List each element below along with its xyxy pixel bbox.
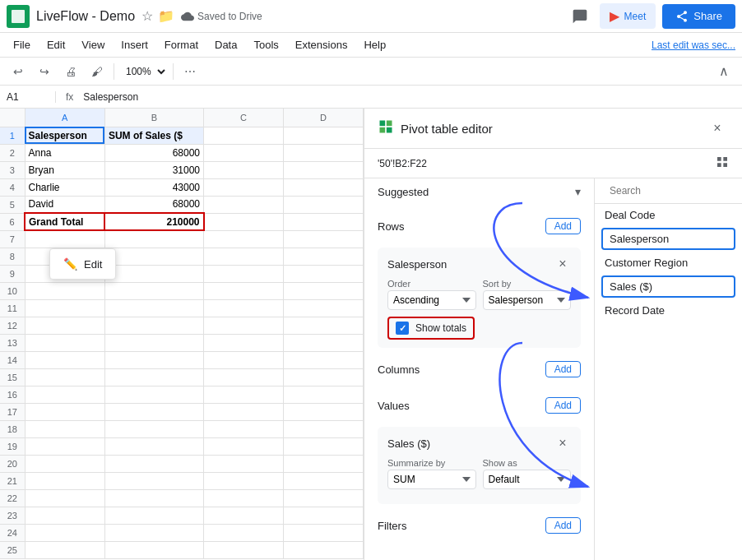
cell-d1[interactable] bbox=[283, 127, 363, 144]
menu-bar: File Edit View Insert Format Data Tools … bbox=[0, 33, 742, 58]
suggested-chevron[interactable]: ▾ bbox=[575, 185, 581, 198]
show-totals-row: Show totals bbox=[387, 317, 475, 340]
show-as-select[interactable]: Default % of row % of column bbox=[483, 470, 572, 489]
cell-a6[interactable]: Grand Total bbox=[25, 213, 104, 230]
filters-add-button[interactable]: Add bbox=[545, 517, 581, 534]
cell-b2[interactable]: 68000 bbox=[104, 144, 203, 161]
star-icon[interactable]: ☆ bbox=[141, 8, 153, 24]
show-totals-checkbox[interactable] bbox=[396, 322, 409, 335]
sort-by-select[interactable]: Salesperson Sales ($) bbox=[483, 290, 572, 310]
context-menu: ✏️ Edit bbox=[49, 248, 116, 280]
field-deal-code[interactable]: Deal Code bbox=[595, 204, 742, 226]
menu-format[interactable]: Format bbox=[158, 36, 205, 53]
field-sales[interactable]: Sales ($) bbox=[601, 275, 735, 298]
menu-file[interactable]: File bbox=[7, 36, 37, 53]
cell-reference[interactable]: A1 bbox=[7, 91, 56, 103]
menu-data[interactable]: Data bbox=[208, 36, 243, 53]
fx-label: fx bbox=[63, 91, 77, 103]
redo-button[interactable]: ↪ bbox=[33, 60, 56, 83]
col-header-d[interactable]: D bbox=[283, 109, 363, 127]
values-card-title: Sales ($) bbox=[387, 437, 430, 450]
col-header-b[interactable]: B bbox=[104, 109, 203, 127]
range-grid-button[interactable] bbox=[716, 155, 729, 171]
context-menu-edit[interactable]: ✏️ Edit bbox=[50, 252, 115, 275]
pivot-close-button[interactable]: × bbox=[706, 117, 729, 140]
cell-c1[interactable] bbox=[204, 127, 284, 144]
cell-b1[interactable]: SUM of Sales ($ bbox=[104, 127, 203, 144]
print-button[interactable]: 🖨 bbox=[59, 60, 82, 83]
last-edit[interactable]: Last edit was sec... bbox=[652, 39, 735, 51]
suggested-header: Suggested ▾ bbox=[378, 185, 581, 198]
filters-title: Filters bbox=[378, 520, 406, 532]
range-text: '50'!B2:F22 bbox=[378, 158, 709, 169]
cell-b5[interactable]: 68000 bbox=[104, 196, 203, 213]
more-button[interactable]: ⋯ bbox=[179, 60, 202, 83]
row-card-title: Salesperson bbox=[387, 258, 447, 271]
columns-add-button[interactable]: Add bbox=[545, 361, 581, 377]
table-row: 25 bbox=[0, 541, 364, 558]
customer-region-label: Customer Region bbox=[605, 257, 688, 269]
cell-d5[interactable] bbox=[283, 196, 363, 213]
table-row: 22 bbox=[0, 489, 364, 507]
cell-a4[interactable]: Charlie bbox=[25, 178, 104, 196]
toolbar: ↩ ↪ 🖨 🖌 100% 75% 125% ⋯ ∧ bbox=[0, 58, 742, 86]
show-as-label: Show as bbox=[483, 458, 572, 468]
cell-d2[interactable] bbox=[283, 144, 363, 161]
order-select[interactable]: Ascending Descending bbox=[387, 290, 476, 310]
values-add-button[interactable]: Add bbox=[545, 397, 581, 414]
comment-button[interactable] bbox=[567, 3, 593, 30]
menu-view[interactable]: View bbox=[75, 36, 111, 53]
cell-a3[interactable]: Bryan bbox=[25, 161, 104, 178]
menu-extensions[interactable]: Extensions bbox=[289, 36, 355, 53]
summarize-select[interactable]: SUM COUNT AVERAGE bbox=[387, 470, 476, 489]
table-row: 19 bbox=[0, 437, 364, 455]
saved-label: Saved to Drive bbox=[197, 11, 262, 22]
menu-insert[interactable]: Insert bbox=[114, 36, 155, 53]
rows-add-button[interactable]: Add bbox=[545, 218, 581, 234]
corner-header bbox=[0, 109, 25, 127]
row-card-close-button[interactable]: × bbox=[554, 256, 571, 272]
cell-b3[interactable]: 31000 bbox=[104, 161, 203, 178]
menu-tools[interactable]: Tools bbox=[247, 36, 285, 53]
field-record-date[interactable]: Record Date bbox=[595, 299, 742, 322]
cell-c2[interactable] bbox=[204, 144, 284, 161]
cell-c3[interactable] bbox=[204, 161, 284, 178]
cell-c4[interactable] bbox=[204, 178, 284, 196]
comment-icon bbox=[572, 8, 588, 25]
field-search-input[interactable] bbox=[610, 185, 733, 197]
row-card-header: Salesperson × bbox=[387, 256, 571, 272]
menu-edit[interactable]: Edit bbox=[40, 36, 72, 53]
meet-button[interactable]: ▶ Meet bbox=[600, 3, 656, 29]
cell-a2[interactable]: Anna bbox=[25, 144, 104, 161]
menu-help[interactable]: Help bbox=[357, 36, 392, 53]
paint-format-button[interactable]: 🖌 bbox=[86, 60, 109, 83]
cell-d4[interactable] bbox=[283, 178, 363, 196]
values-header: Values Add bbox=[378, 397, 581, 414]
field-salesperson[interactable]: Salesperson bbox=[601, 228, 735, 250]
pivot-header: Pivot table editor × bbox=[364, 109, 742, 149]
share-button[interactable]: Share bbox=[662, 4, 735, 29]
undo-button[interactable]: ↩ bbox=[7, 60, 30, 83]
cell-a5[interactable]: David bbox=[25, 196, 104, 213]
cell-d3[interactable] bbox=[283, 161, 363, 178]
cell-c5[interactable] bbox=[204, 196, 284, 213]
cell-b6[interactable]: 210000 bbox=[104, 213, 203, 230]
formula-bar: A1 fx Salesperson bbox=[0, 86, 742, 109]
field-customer-region[interactable]: Customer Region bbox=[595, 252, 742, 274]
table-row: 14 bbox=[0, 351, 364, 368]
col-header-a[interactable]: A bbox=[25, 109, 104, 127]
salesperson-field-label: Salesperson bbox=[610, 233, 669, 245]
cell-c6[interactable] bbox=[204, 213, 284, 230]
folder-icon[interactable]: 📁 bbox=[158, 8, 174, 24]
toolbar-divider-1 bbox=[114, 63, 114, 80]
cell-b4[interactable]: 43000 bbox=[104, 178, 203, 196]
col-header-c[interactable]: C bbox=[204, 109, 284, 127]
cell-d6[interactable] bbox=[283, 213, 363, 230]
collapse-button[interactable]: ∧ bbox=[712, 60, 735, 83]
sales-field-label: Sales ($) bbox=[610, 280, 652, 293]
summarize-field-group: Summarize by SUM COUNT AVERAGE bbox=[387, 458, 476, 489]
values-card-close-button[interactable]: × bbox=[554, 435, 571, 451]
zoom-select[interactable]: 100% 75% 125% bbox=[119, 63, 168, 80]
meet-icon: ▶ bbox=[610, 8, 619, 24]
cell-a1[interactable]: Salesperson bbox=[25, 127, 104, 144]
